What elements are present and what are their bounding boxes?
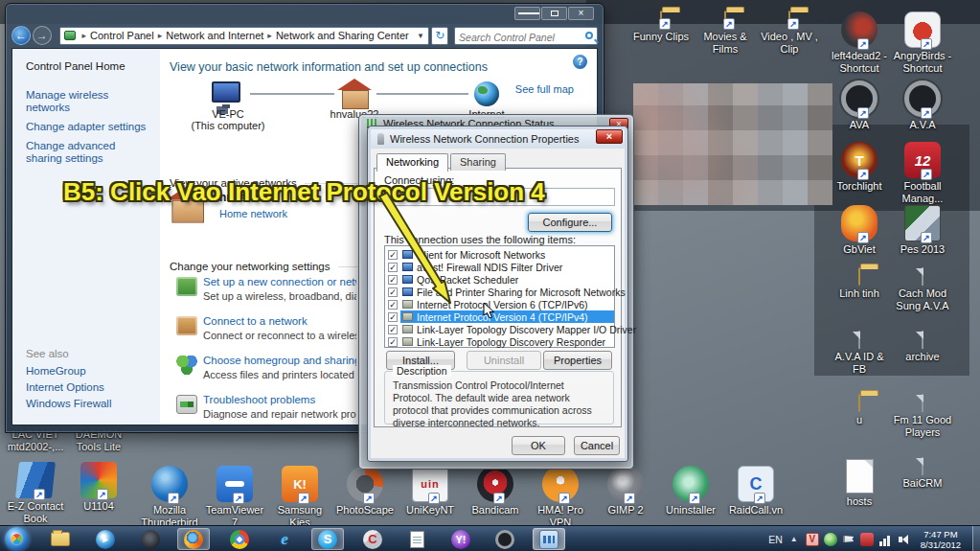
setting-homegroup[interactable]: Choose homegroup and sharing option Acce…	[176, 355, 356, 380]
checkbox-icon[interactable]: ✓	[388, 287, 398, 297]
start-button[interactable]	[5, 527, 29, 551]
desktop-icon-football-manager[interactable]: 12↗ Football Manag...	[891, 142, 954, 205]
desktop-icon-ez-contact-book[interactable]: ↗ E-Z Contact Book	[4, 462, 67, 525]
desktop-icon-a-v-a[interactable]: ↗ A.V.A	[891, 80, 954, 131]
show-desktop-button[interactable]	[972, 526, 980, 551]
checkbox-icon[interactable]: ✓	[388, 275, 398, 285]
desktop-icon-angrybirds[interactable]: ↗ AngryBirds - Shortcut	[891, 11, 954, 75]
list-item[interactable]: ✓ Link-Layer Topology Discovery Mapper I…	[385, 323, 614, 335]
desktop-icon-movies-films[interactable]: ↗ Movies & Films	[694, 11, 757, 56]
taskbar-explorer[interactable]	[44, 528, 77, 550]
checkbox-icon[interactable]: ✓	[388, 250, 398, 260]
breadcrumb-control-panel[interactable]: Control Panel	[90, 30, 154, 41]
back-button[interactable]: ←	[11, 26, 31, 45]
see-full-map-link[interactable]: See full map	[515, 83, 574, 95]
desktop-icon-unikeynt[interactable]: uin↗ UniKeyNT	[399, 466, 462, 517]
forward-button[interactable]: →	[33, 26, 52, 45]
checkbox-icon[interactable]: ✓	[388, 337, 398, 347]
breadcrumb-network-internet[interactable]: Network and Internet	[166, 30, 263, 41]
desktop-icon-cach-mod-sung[interactable]: Cach Mod Sung A.V.A	[891, 268, 954, 312]
language-indicator[interactable]: EN	[768, 534, 783, 545]
sidebar-item-homegroup[interactable]: HomeGroup	[26, 365, 86, 377]
desktop-icon-ava-id-fb[interactable]: A.V.A ID & FB	[828, 332, 891, 376]
tab-networking[interactable]: Networking	[376, 153, 448, 172]
desktop-icon-video-mv-clip[interactable]: ↗ Video , MV , Clip	[758, 11, 821, 56]
checkbox-icon[interactable]: ✓	[388, 325, 398, 334]
sidebar-item-manage-wireless[interactable]: Manage wireless networks	[26, 89, 147, 114]
desktop-icon-linh-tinh[interactable]: Linh tinh	[828, 268, 891, 300]
list-item-selected-ipv4[interactable]: ✓ Internet Protocol Version 4 (TCP/IPv4)	[385, 310, 614, 323]
uninstall-button[interactable]: Uninstall	[467, 351, 541, 370]
ok-button[interactable]: OK	[512, 436, 565, 455]
desktop-icon-hosts[interactable]: hosts	[828, 458, 891, 508]
taskbar-skype[interactable]: S	[311, 528, 344, 550]
setting-setup-connection[interactable]: Set up a new connection or network Set u…	[176, 276, 356, 302]
list-item[interactable]: ✓ QoS Packet Scheduler	[385, 273, 614, 286]
search-input[interactable]	[459, 30, 581, 44]
desktop-icon-pes2013[interactable]: ↗ Pes 2013	[891, 205, 954, 256]
list-item[interactable]: ✓ File and Printer Sharing for Microsoft…	[385, 286, 614, 298]
setting-connect-network[interactable]: Connect to a network Connect or reconnec…	[176, 315, 356, 341]
help-icon[interactable]: ?	[573, 55, 587, 69]
configure-button[interactable]: Configure...	[528, 213, 612, 232]
desktop-icon-ava[interactable]: ↗ AVA	[828, 80, 891, 131]
show-hidden-icons[interactable]: ▲	[790, 535, 798, 543]
close-button[interactable]: ×	[568, 7, 594, 20]
desktop-icon-hma-pro-vpn[interactable]: ↗ HMA! Pro VPN	[529, 466, 592, 529]
taskbar-yahoo-messenger[interactable]: Y!	[444, 528, 477, 550]
taskbar-internet-explorer[interactable]: e	[268, 528, 301, 550]
desktop-icon-teamviewer[interactable]: ↗ TeamViewer 7	[203, 466, 266, 529]
taskbar-control-panel[interactable]	[533, 528, 565, 550]
window-titlebar[interactable]: ×	[6, 4, 604, 23]
desktop-icon-gbviet[interactable]: ↗ GbViet	[828, 205, 891, 256]
desktop-icon-raidcall[interactable]: C↗ RaidCall.vn	[724, 466, 787, 517]
list-item[interactable]: ✓ Internet Protocol Version 6 (TCP/IPv6)	[385, 298, 614, 310]
desktop-icon-samsung-kies[interactable]: K!↗ Samsung Kies	[268, 466, 331, 529]
connection-items-list[interactable]: ✓ Client for Microsoft Networks ✓ avast!…	[384, 245, 615, 348]
sidebar-item-internet-options[interactable]: Internet Options	[26, 381, 104, 393]
taskbar-chrome[interactable]	[223, 528, 256, 550]
list-item[interactable]: ✓ Client for Microsoft Networks	[385, 248, 614, 261]
network-signal-icon[interactable]	[878, 533, 892, 546]
sidebar-item-windows-firewall[interactable]: Windows Firewall	[26, 398, 111, 409]
security-tray-icon[interactable]	[860, 533, 874, 546]
sidebar-item-control-panel-home[interactable]: Control Panel Home	[26, 60, 160, 72]
taskbar-ava[interactable]	[489, 528, 521, 550]
checkbox-icon[interactable]: ✓	[388, 300, 398, 310]
desktop-icon-gimp[interactable]: ↗ GIMP 2	[594, 466, 657, 517]
cancel-button[interactable]: Cancel	[574, 436, 620, 455]
home-network-link[interactable]: Home network	[219, 208, 287, 219]
desktop-icon-bandicam[interactable]: ↗ Bandicam	[464, 466, 527, 517]
checkbox-icon[interactable]: ✓	[388, 263, 398, 272]
dialog-close-button[interactable]: ×	[596, 129, 623, 144]
breadcrumb[interactable]: ▸ Control Panel ▸ Network and Internet ▸…	[59, 27, 430, 45]
taskbar-media-player[interactable]: ▸	[89, 528, 122, 550]
desktop-icon-archive[interactable]: archive	[891, 332, 954, 363]
desktop-icon-photoscape[interactable]: ↗ PhotoScape	[333, 466, 397, 517]
taskbar-ccleaner[interactable]: C	[356, 528, 389, 550]
search-box[interactable]	[454, 27, 598, 45]
search-icon[interactable]	[585, 32, 593, 39]
desktop-icon-uninstaller[interactable]: ↗ Uninstaller	[659, 466, 722, 517]
desktop-icon-u1104[interactable]: ↗ U1104	[67, 462, 130, 513]
taskbar-firefox[interactable]	[177, 528, 210, 550]
clock[interactable]: 7:47 PM 8/31/2012	[921, 529, 961, 550]
maximize-button[interactable]	[541, 7, 567, 20]
list-item[interactable]: ✓ avast! Firewall NDIS Filter Driver	[385, 261, 614, 273]
desktop-icon-torchlight[interactable]: T↗ Torchlight	[828, 142, 891, 193]
desktop-icon-baicrm[interactable]: BaiCRM	[891, 458, 954, 490]
desktop-icon-funny-clips[interactable]: ↗ Funny Clips	[629, 11, 693, 43]
refresh-button[interactable]: ↻	[431, 27, 448, 45]
desktop-icon-thunderbird[interactable]: ↗ Mozilla Thunderbird	[138, 466, 201, 529]
taskbar-notepad[interactable]	[400, 528, 433, 550]
volume-icon[interactable]	[897, 533, 910, 546]
idm-tray-icon[interactable]	[824, 533, 837, 546]
antivirus-tray-icon[interactable]: V	[806, 533, 819, 546]
desktop-icon-fm11-good-players[interactable]: Fm 11 Good Players	[891, 395, 954, 439]
checkbox-icon[interactable]: ✓	[388, 312, 398, 322]
breadcrumb-network-sharing[interactable]: Network and Sharing Center	[276, 30, 409, 41]
dialog-titlebar[interactable]: Wireless Network Connection Properties	[371, 129, 625, 149]
taskbar-app-dark[interactable]	[134, 528, 167, 550]
setting-troubleshoot[interactable]: Troubleshoot problems Diagnose and repai…	[176, 394, 356, 420]
desktop-icon-u[interactable]: u	[828, 395, 891, 426]
